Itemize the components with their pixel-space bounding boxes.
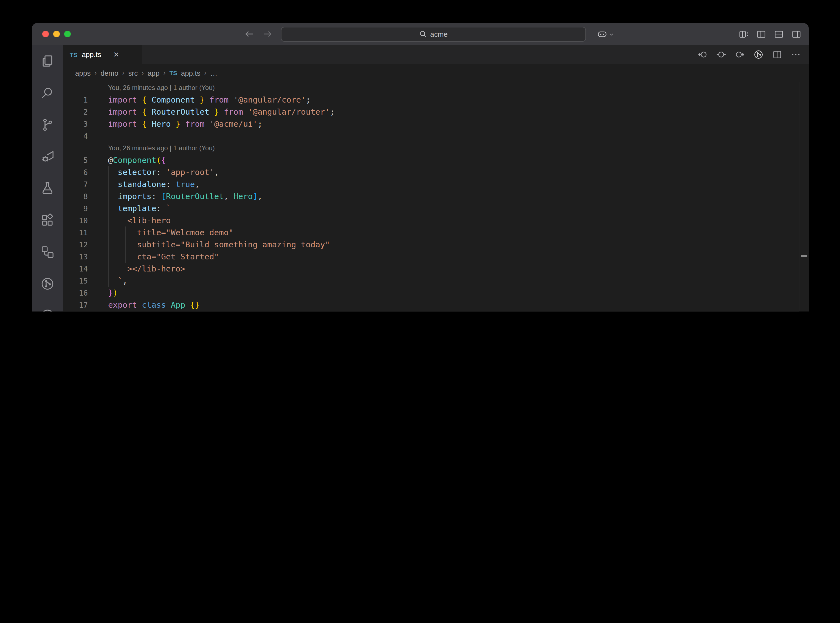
code-line-1[interactable]: 1import { Component } from '@angular/cor… <box>63 94 799 106</box>
tab-label: app.ts <box>82 51 101 59</box>
code-line-18[interactable]: 18 <box>63 311 799 312</box>
blame-annotation: You, 26 minutes ago | 1 author (You) <box>63 142 799 154</box>
code-line-11[interactable]: 11 title="Welcmoe demo" <box>63 227 799 239</box>
indent-guide <box>125 227 126 263</box>
window-controls <box>42 31 71 37</box>
code-line-8[interactable]: 8 imports: [RouterOutlet, Hero], <box>63 190 799 203</box>
breadcrumb[interactable]: apps›demo›src›app›TSapp.ts›… <box>63 64 809 82</box>
nx-circle-search-icon <box>40 308 55 312</box>
chevron-down-icon <box>608 31 614 37</box>
testing-icon <box>40 181 55 195</box>
activity-bar: N>2⚙ <box>32 45 63 312</box>
search-icon <box>40 85 55 100</box>
vscode-window: acme N>2⚙ TS app.ts ✕ apps›demo›sr <box>32 23 809 312</box>
line-number: 6 <box>63 166 88 178</box>
line-number: 9 <box>63 203 88 215</box>
line-number: 14 <box>63 263 88 275</box>
code-line-12[interactable]: 12 subtitle="Build something amazing tod… <box>63 239 799 251</box>
activity-item-run-and-debug[interactable] <box>32 140 63 172</box>
activity-item-extensions[interactable] <box>32 204 63 236</box>
code-line-15[interactable]: 15 `, <box>63 275 799 287</box>
code-line-9[interactable]: 9 template: ` <box>63 203 799 215</box>
line-number: 17 <box>63 299 88 311</box>
line-number: 10 <box>63 215 88 227</box>
code-line-4[interactable]: 4 <box>63 130 799 142</box>
search-icon <box>419 30 427 38</box>
titlebar-center: acme <box>244 23 614 45</box>
line-number: 11 <box>63 227 88 239</box>
breadcrumb-separator: › <box>141 69 144 77</box>
line-number: 4 <box>63 130 88 142</box>
blame-annotation: You, 26 minutes ago | 1 author (You) <box>63 82 799 94</box>
code-editor[interactable]: You, 26 minutes ago | 1 author (You)1imp… <box>63 82 799 312</box>
tab-strip: TS app.ts ✕ <box>63 45 809 64</box>
breadcrumb-item-app[interactable]: app <box>147 69 160 77</box>
activity-item-nx-graph[interactable] <box>32 268 63 299</box>
code-line-14[interactable]: 14 ></lib-hero> <box>63 263 799 275</box>
code-line-5[interactable]: 5@Component({ <box>63 154 799 166</box>
circle-line-icon[interactable] <box>716 49 726 60</box>
line-number: 15 <box>63 275 88 287</box>
circle-arrow-icon[interactable] <box>735 49 745 60</box>
back-circle-icon[interactable] <box>697 49 708 60</box>
overview-ruler[interactable] <box>799 82 809 312</box>
code-line-3[interactable]: 3import { Hero } from '@acme/ui'; <box>63 118 799 130</box>
indent-guide <box>108 166 109 287</box>
breadcrumb-item-appts[interactable]: app.ts <box>181 69 201 77</box>
activity-item-explorer[interactable] <box>32 45 63 77</box>
line-number: 3 <box>63 118 88 130</box>
line-number: 16 <box>63 287 88 299</box>
copilot-icon <box>597 29 607 39</box>
breadcrumb-separator: › <box>163 69 166 77</box>
copilot-menu[interactable] <box>597 29 614 39</box>
activity-item-search[interactable] <box>32 77 63 109</box>
extensions-icon <box>40 213 55 227</box>
editor-actions <box>697 45 801 64</box>
minimize-window-button[interactable] <box>53 31 60 37</box>
command-center-search[interactable]: acme <box>281 27 586 41</box>
tab-app-ts[interactable]: TS app.ts ✕ <box>63 45 142 64</box>
breadcrumb-item-apps[interactable]: apps <box>75 69 91 77</box>
line-number: 5 <box>63 154 88 166</box>
titlebar-right-icons <box>739 23 802 45</box>
code-line-2[interactable]: 2import { RouterOutlet } from '@angular/… <box>63 106 799 118</box>
split-editor-icon[interactable] <box>772 49 782 60</box>
line-number: 13 <box>63 251 88 263</box>
screen: acme N>2⚙ TS app.ts ✕ apps›demo›sr <box>0 0 840 312</box>
breadcrumb-item-demo[interactable]: demo <box>100 69 118 77</box>
hierarchy-icon <box>40 244 55 259</box>
activity-item-source-control[interactable] <box>32 109 63 140</box>
activity-item-project-hierarchy[interactable] <box>32 236 63 268</box>
breadcrumb-separator: › <box>94 69 97 77</box>
code-line-7[interactable]: 7 standalone: true, <box>63 178 799 190</box>
tab-close-icon[interactable]: ✕ <box>113 51 119 59</box>
sidebar-left-icon[interactable] <box>756 29 766 39</box>
layout-icon[interactable] <box>739 29 749 39</box>
ellipsis-icon[interactable] <box>791 49 801 60</box>
breadcrumb-separator: › <box>204 69 207 77</box>
breadcrumb-separator: › <box>122 69 124 77</box>
nav-forward-icon[interactable] <box>262 29 273 40</box>
zoom-window-button[interactable] <box>64 31 71 37</box>
sidebar-right-icon[interactable] <box>791 29 802 39</box>
nav-back-icon[interactable] <box>244 29 255 40</box>
line-number: 7 <box>63 178 88 190</box>
source-control-icon <box>40 117 55 132</box>
overview-decoration <box>801 255 807 257</box>
breadcrumb-item-src[interactable]: src <box>128 69 138 77</box>
panel-bottom-icon[interactable] <box>774 29 784 39</box>
close-window-button[interactable] <box>42 31 49 37</box>
code-line-10[interactable]: 10 <lib-hero <box>63 215 799 227</box>
activity-item-nx-graph-search[interactable] <box>32 299 63 312</box>
nx-circle-bright-icon[interactable] <box>753 49 764 60</box>
code-line-6[interactable]: 6 selector: 'app-root', <box>63 166 799 178</box>
code-line-16[interactable]: 16}) <box>63 287 799 299</box>
line-number: 1 <box>63 94 88 106</box>
ts-badge-icon: TS <box>169 70 177 76</box>
editor-group: TS app.ts ✕ apps›demo›src›app›TSapp.ts›…… <box>63 45 809 312</box>
activity-item-testing[interactable] <box>32 172 63 204</box>
breadcrumb-item-[interactable]: … <box>210 69 218 77</box>
code-line-13[interactable]: 13 cta="Get Started" <box>63 251 799 263</box>
files-icon <box>40 54 55 68</box>
code-line-17[interactable]: 17export class App {} <box>63 299 799 311</box>
